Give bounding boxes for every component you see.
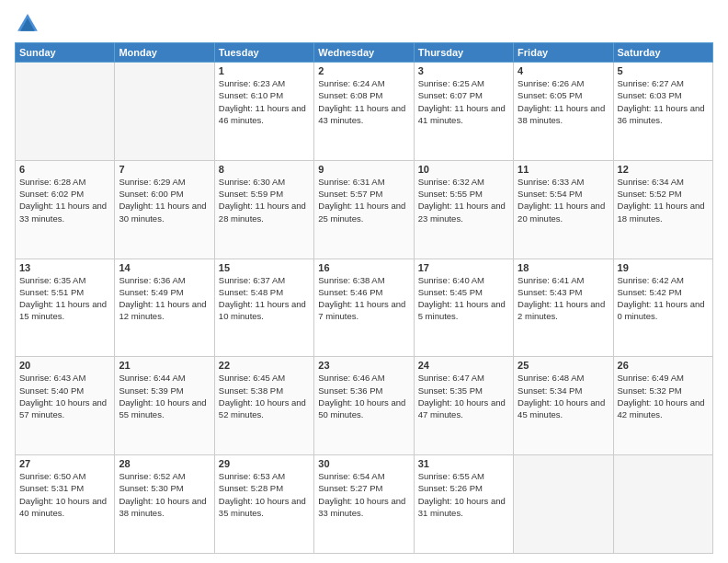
day-info-line: Sunset: 6:07 PM [418, 90, 483, 100]
calendar-cell [514, 455, 613, 554]
day-number: 19 [618, 262, 709, 273]
day-info-line: Sunrise: 6:43 AM [19, 373, 85, 383]
day-number: 26 [618, 360, 709, 371]
day-number: 16 [318, 262, 409, 273]
calendar-cell: 2Sunrise: 6:24 AMSunset: 6:08 PMDaylight… [314, 63, 414, 161]
weekday-monday: Monday [115, 43, 214, 63]
day-info-line: Daylight: 10 hours and 52 minutes. [219, 397, 306, 419]
day-info-line: Sunrise: 6:31 AM [318, 177, 384, 187]
day-info-line: Sunrise: 6:55 AM [418, 471, 484, 481]
day-info-line: Daylight: 11 hours and 2 minutes. [518, 299, 605, 321]
day-info-line: Sunrise: 6:29 AM [119, 177, 185, 187]
day-info-line: Sunrise: 6:33 AM [518, 177, 584, 187]
day-info-line: Sunrise: 6:49 AM [618, 373, 684, 383]
day-number: 10 [418, 164, 509, 175]
day-info-line: Sunset: 5:40 PM [19, 385, 84, 396]
day-info-line: Sunrise: 6:50 AM [19, 471, 85, 481]
day-info-line: Sunrise: 6:27 AM [618, 78, 684, 88]
day-number: 21 [119, 360, 210, 371]
day-info-line: Sunrise: 6:34 AM [618, 177, 684, 187]
day-number: 12 [618, 164, 709, 175]
day-info: Sunrise: 6:43 AMSunset: 5:40 PMDaylight:… [19, 372, 110, 420]
calendar-cell: 3Sunrise: 6:25 AMSunset: 6:07 PMDaylight… [414, 63, 513, 161]
day-info: Sunrise: 6:32 AMSunset: 5:55 PMDaylight:… [418, 176, 509, 224]
day-number: 6 [19, 164, 110, 175]
day-info-line: Daylight: 11 hours and 41 minutes. [418, 103, 506, 125]
day-info-line: Sunrise: 6:47 AM [418, 373, 484, 383]
day-info-line: Daylight: 11 hours and 0 minutes. [618, 299, 705, 321]
day-number: 3 [418, 65, 509, 76]
day-info: Sunrise: 6:55 AMSunset: 5:26 PMDaylight:… [418, 470, 509, 519]
day-info-line: Daylight: 11 hours and 12 minutes. [119, 299, 206, 321]
day-info-line: Sunrise: 6:53 AM [219, 471, 285, 481]
day-info-line: Sunset: 5:38 PM [219, 385, 283, 396]
day-number: 23 [318, 360, 409, 371]
calendar-cell: 25Sunrise: 6:48 AMSunset: 5:34 PMDayligh… [514, 357, 613, 455]
day-info-line: Sunset: 5:48 PM [219, 287, 283, 297]
weekday-tuesday: Tuesday [214, 43, 313, 63]
day-number: 18 [518, 262, 609, 273]
calendar-cell: 19Sunrise: 6:42 AMSunset: 5:42 PMDayligh… [613, 259, 712, 357]
day-number: 8 [219, 164, 310, 175]
calendar-cell: 8Sunrise: 6:30 AMSunset: 5:59 PMDaylight… [214, 160, 313, 259]
calendar-cell: 18Sunrise: 6:41 AMSunset: 5:43 PMDayligh… [514, 259, 613, 357]
day-info: Sunrise: 6:49 AMSunset: 5:32 PMDaylight:… [618, 372, 709, 420]
day-info-line: Sunset: 6:08 PM [318, 90, 382, 100]
day-info-line: Sunset: 6:03 PM [618, 90, 682, 100]
day-info-line: Sunrise: 6:45 AM [219, 373, 285, 383]
page: SundayMondayTuesdayWednesdayThursdayFrid… [0, 0, 728, 563]
day-info-line: Sunset: 5:26 PM [418, 483, 483, 493]
day-info-line: Daylight: 10 hours and 33 minutes. [318, 496, 405, 518]
day-info: Sunrise: 6:25 AMSunset: 6:07 PMDaylight:… [418, 77, 509, 126]
calendar-cell: 27Sunrise: 6:50 AMSunset: 5:31 PMDayligh… [16, 455, 115, 554]
day-info: Sunrise: 6:26 AMSunset: 6:05 PMDaylight:… [518, 77, 609, 126]
day-info-line: Daylight: 10 hours and 31 minutes. [418, 496, 506, 518]
day-info: Sunrise: 6:40 AMSunset: 5:45 PMDaylight:… [418, 274, 509, 323]
day-info: Sunrise: 6:50 AMSunset: 5:31 PMDaylight:… [19, 470, 110, 519]
day-info: Sunrise: 6:35 AMSunset: 5:51 PMDaylight:… [19, 274, 110, 323]
calendar-cell: 29Sunrise: 6:53 AMSunset: 5:28 PMDayligh… [214, 455, 313, 554]
calendar-cell: 12Sunrise: 6:34 AMSunset: 5:52 PMDayligh… [613, 160, 712, 259]
day-info-line: Sunset: 5:31 PM [19, 483, 84, 493]
day-info-line: Sunset: 6:00 PM [119, 189, 183, 199]
day-info-line: Sunset: 5:45 PM [418, 287, 483, 297]
day-info: Sunrise: 6:46 AMSunset: 5:36 PMDaylight:… [318, 372, 409, 420]
day-info-line: Sunset: 5:54 PM [518, 189, 582, 199]
day-info-line: Sunset: 5:55 PM [418, 189, 483, 199]
day-info-line: Sunrise: 6:28 AM [19, 177, 85, 187]
day-info-line: Daylight: 11 hours and 28 minutes. [219, 201, 306, 223]
day-info-line: Sunset: 5:35 PM [418, 385, 483, 396]
day-info: Sunrise: 6:27 AMSunset: 6:03 PMDaylight:… [618, 77, 709, 126]
calendar-cell: 31Sunrise: 6:55 AMSunset: 5:26 PMDayligh… [414, 455, 513, 554]
day-number: 14 [119, 262, 210, 273]
day-info: Sunrise: 6:34 AMSunset: 5:52 PMDaylight:… [618, 176, 709, 224]
calendar-cell: 22Sunrise: 6:45 AMSunset: 5:38 PMDayligh… [214, 357, 313, 455]
weekday-wednesday: Wednesday [314, 43, 414, 63]
day-info-line: Sunrise: 6:38 AM [318, 275, 384, 285]
day-info-line: Sunrise: 6:32 AM [418, 177, 484, 187]
day-info-line: Sunset: 5:49 PM [119, 287, 183, 297]
day-info: Sunrise: 6:23 AMSunset: 6:10 PMDaylight:… [219, 77, 310, 126]
day-info-line: Sunrise: 6:26 AM [518, 78, 584, 88]
calendar-cell: 23Sunrise: 6:46 AMSunset: 5:36 PMDayligh… [314, 357, 414, 455]
day-info-line: Sunset: 5:32 PM [618, 385, 682, 396]
day-number: 13 [19, 262, 110, 273]
calendar-cell: 1Sunrise: 6:23 AMSunset: 6:10 PMDaylight… [214, 63, 313, 161]
day-info-line: Sunset: 5:51 PM [19, 287, 84, 297]
calendar-week-1: 1Sunrise: 6:23 AMSunset: 6:10 PMDaylight… [16, 63, 713, 161]
day-number: 2 [318, 65, 409, 76]
calendar-cell: 26Sunrise: 6:49 AMSunset: 5:32 PMDayligh… [613, 357, 712, 455]
day-info-line: Sunset: 5:42 PM [618, 287, 682, 297]
day-info-line: Sunrise: 6:52 AM [119, 471, 185, 481]
day-info-line: Sunset: 5:43 PM [518, 287, 582, 297]
day-info-line: Daylight: 10 hours and 35 minutes. [219, 496, 306, 518]
calendar-cell: 30Sunrise: 6:54 AMSunset: 5:27 PMDayligh… [314, 455, 414, 554]
calendar-cell: 6Sunrise: 6:28 AMSunset: 6:02 PMDaylight… [16, 160, 115, 259]
calendar-cell: 10Sunrise: 6:32 AMSunset: 5:55 PMDayligh… [414, 160, 513, 259]
day-info: Sunrise: 6:30 AMSunset: 5:59 PMDaylight:… [219, 176, 310, 224]
header [15, 11, 713, 37]
day-info-line: Sunset: 5:30 PM [119, 483, 183, 493]
day-info-line: Daylight: 11 hours and 15 minutes. [19, 299, 107, 321]
day-info-line: Sunrise: 6:40 AM [418, 275, 484, 285]
logo-icon [15, 11, 40, 37]
